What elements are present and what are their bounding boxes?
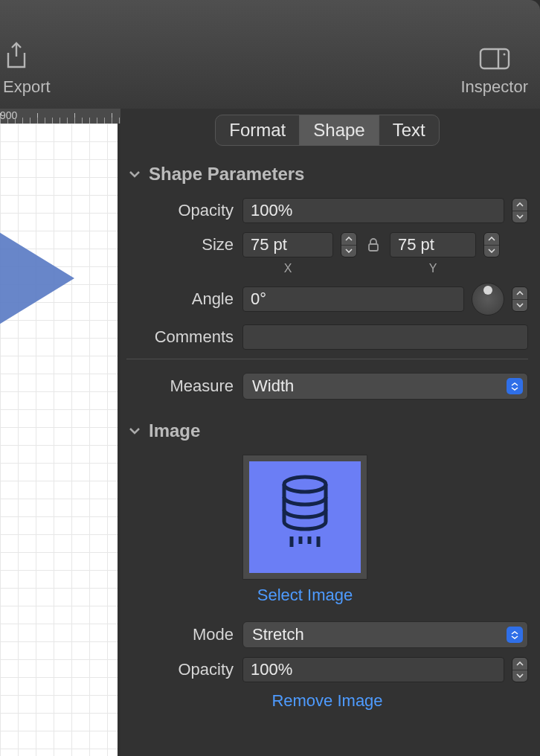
ruler[interactable]: 900 — [0, 109, 120, 124]
select-arrows-icon — [507, 378, 523, 394]
angle-field[interactable]: 0° — [242, 286, 464, 312]
image-well[interactable] — [242, 455, 367, 580]
canvas-column: 900 — [0, 109, 120, 756]
inspector-panel: Format Shape Text Shape Parameters Opaci… — [120, 109, 540, 756]
opacity-label: Opacity — [126, 201, 242, 220]
stepper-down-icon[interactable] — [512, 300, 527, 312]
row-angle: Angle 0° — [126, 283, 528, 315]
shape-params-title: Shape Parameters — [149, 164, 304, 185]
stepper-down-icon[interactable] — [484, 246, 499, 257]
shape-triangle[interactable] — [0, 210, 74, 347]
main-area: 900 Format Shape Text Shape Parameters O… — [0, 109, 540, 756]
angle-stepper[interactable] — [512, 286, 528, 312]
image-mode-label: Mode — [126, 625, 242, 644]
size-axis-labels: X Y — [242, 262, 528, 275]
stepper-up-icon[interactable] — [341, 233, 356, 246]
row-size: Size 75 pt 75 pt — [126, 232, 528, 257]
ruler-ticks-minor — [0, 118, 120, 124]
inspector-tabs: Format Shape Text — [215, 115, 439, 146]
image-preview — [249, 461, 361, 573]
stepper-down-icon[interactable] — [341, 246, 356, 257]
image-opacity-field[interactable]: 100% — [242, 657, 504, 682]
tab-text[interactable]: Text — [379, 115, 439, 145]
image-opacity-label: Opacity — [126, 660, 242, 679]
size-x-field[interactable]: 75 pt — [242, 232, 333, 257]
shape-params-header[interactable]: Shape Parameters — [128, 164, 528, 185]
select-arrows-icon — [507, 627, 523, 643]
svg-rect-3 — [369, 244, 378, 251]
stepper-up-icon[interactable] — [484, 233, 499, 246]
row-image-opacity: Opacity 100% — [126, 657, 528, 682]
image-mode-value: Stretch — [252, 625, 304, 644]
measure-value: Width — [252, 377, 294, 396]
export-button[interactable]: Export — [0, 42, 51, 97]
measure-label: Measure — [126, 377, 242, 396]
row-measure: Measure Width — [126, 373, 528, 400]
angle-dial[interactable] — [472, 283, 504, 315]
chevron-down-icon — [128, 424, 141, 438]
toolbar: Export Inspector — [0, 0, 540, 109]
comments-label: Comments — [126, 327, 242, 347]
tab-format[interactable]: Format — [216, 115, 300, 145]
measure-select[interactable]: Width — [242, 373, 528, 400]
row-image-mode: Mode Stretch — [126, 621, 528, 648]
size-label: Size — [126, 235, 242, 254]
image-opacity-stepper[interactable] — [512, 657, 528, 682]
stepper-up-icon[interactable] — [512, 658, 527, 670]
angle-label: Angle — [126, 289, 242, 309]
divider — [126, 359, 528, 359]
tab-shape[interactable]: Shape — [300, 115, 379, 145]
image-mode-select[interactable]: Stretch — [242, 621, 528, 648]
export-label: Export — [3, 77, 51, 97]
opacity-field[interactable]: 100% — [242, 198, 504, 223]
image-title: Image — [149, 420, 200, 441]
svg-point-4 — [284, 477, 326, 492]
svg-point-2 — [503, 54, 505, 56]
section-shape-parameters: Shape Parameters Opacity 100% Size 75 pt — [126, 164, 528, 400]
database-icon — [271, 472, 339, 562]
stepper-down-icon[interactable] — [512, 670, 527, 682]
select-image-button[interactable]: Select Image — [242, 586, 367, 605]
image-header[interactable]: Image — [128, 420, 528, 441]
stepper-down-icon[interactable] — [512, 211, 527, 223]
stepper-up-icon[interactable] — [512, 287, 527, 300]
inspector-label: Inspector — [461, 77, 529, 97]
canvas[interactable] — [0, 124, 120, 756]
svg-rect-0 — [480, 49, 509, 68]
row-comments: Comments — [126, 324, 528, 350]
axis-x-label: X — [242, 262, 333, 275]
inspector-icon — [479, 48, 510, 70]
size-x-stepper[interactable] — [341, 232, 357, 257]
export-icon — [3, 42, 30, 70]
opacity-stepper[interactable] — [512, 198, 528, 223]
chevron-down-icon — [128, 167, 141, 181]
size-y-stepper[interactable] — [483, 232, 500, 257]
comments-field[interactable] — [242, 324, 528, 350]
row-opacity: Opacity 100% — [126, 198, 528, 223]
section-image: Image — [126, 420, 528, 711]
axis-y-label: Y — [390, 262, 476, 275]
size-y-field[interactable]: 75 pt — [390, 232, 476, 257]
stepper-up-icon[interactable] — [512, 199, 527, 211]
inspector-button[interactable]: Inspector — [461, 48, 529, 97]
remove-image-button[interactable]: Remove Image — [126, 691, 528, 711]
lock-icon[interactable] — [364, 237, 382, 252]
